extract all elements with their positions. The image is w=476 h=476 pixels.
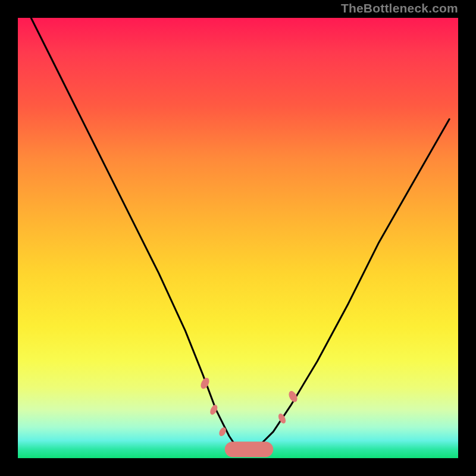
curve-marker-0 [199, 377, 211, 390]
curve-layer [18, 18, 458, 458]
bottleneck-curve [31, 18, 449, 449]
curve-marker-4 [287, 390, 299, 403]
watermark-label: TheBottleneck.com [341, 0, 458, 17]
chart-frame: TheBottleneck.com [0, 0, 476, 476]
trough-band [225, 441, 273, 457]
plot-area [18, 18, 458, 458]
